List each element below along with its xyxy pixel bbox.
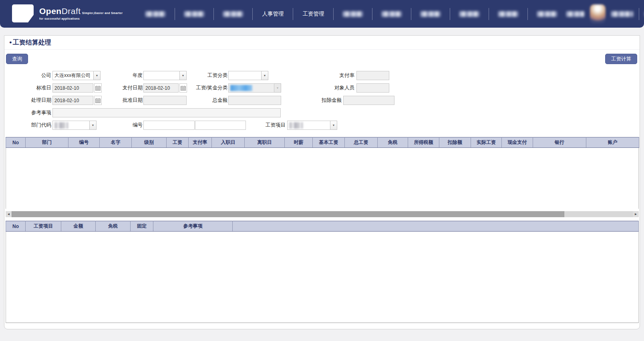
approve-date-input[interactable] [143,96,187,105]
nav-item-redacted[interactable] [214,0,252,28]
brand-name: OpenDraft [39,6,81,16]
employee-salary-table-body[interactable] [6,148,639,209]
standard-date-field[interactable] [52,83,102,93]
column-header-总工资[interactable]: 总工资 [345,137,378,148]
dept-code-value[interactable] [52,121,90,130]
salary-class-select[interactable]: ▼ [228,71,268,80]
logo-mark-icon [12,4,34,24]
nav-item-redacted[interactable] [489,0,527,28]
salary-item-value[interactable] [287,121,330,130]
number-from-field[interactable] [143,121,195,130]
column-header-编号[interactable]: 编号 [68,137,100,148]
salary-item-table-body[interactable] [6,232,639,323]
redacted-text [459,11,479,17]
column-header-工资项目[interactable]: 工资项目 [26,221,61,232]
column-header-部门[interactable]: 部门 [26,137,68,148]
year-input[interactable] [143,71,180,80]
column-header-参考事项[interactable]: 参考事项 [153,221,233,232]
user-avatar[interactable] [590,4,606,24]
scroll-left-icon[interactable]: ◄ [6,211,12,217]
number-to-field[interactable] [195,121,246,130]
nav-item-redacted[interactable] [372,0,411,28]
salary-item-label: 工资项目 [242,121,286,130]
column-header-账户[interactable]: 账户 [586,137,639,148]
nav-item-redacted[interactable] [136,0,175,28]
scroll-right-icon[interactable]: ► [633,211,639,217]
nav-item-redacted[interactable] [450,0,489,28]
number-to-input[interactable] [195,121,246,130]
column-header-入职日[interactable]: 入职日 [212,137,245,148]
title-bullet: ● [9,40,12,44]
column-header-实际工资[interactable]: 实际工资 [471,137,502,148]
column-header-所得税额[interactable]: 所得税额 [408,137,439,148]
scrollbar-track[interactable] [564,211,633,217]
reference-field[interactable] [52,108,281,117]
total-amount-input[interactable] [228,96,281,105]
nav-item-redacted[interactable] [411,0,450,28]
column-header-免税[interactable]: 免税 [378,137,408,148]
target-person-input[interactable] [356,83,389,93]
redacted-user-name[interactable] [611,11,633,17]
horizontal-scrollbar[interactable]: ◄ ► [6,211,639,217]
standard-date-input[interactable] [52,83,93,93]
dept-code-select[interactable]: ▼ [52,121,97,130]
column-header-免税[interactable]: 免税 [96,221,131,232]
salary-bonus-class-select[interactable]: ▼ [228,83,281,93]
column-header-离职日[interactable]: 离职日 [245,137,285,148]
column-header-工资[interactable]: 工资 [167,137,189,148]
standard-date-label: 标准日 [6,83,51,93]
redacted-selection [289,122,303,129]
deduct-amount-field[interactable] [343,96,394,105]
total-amount-field[interactable] [228,96,281,105]
salary-class-input[interactable] [228,71,262,80]
column-header-No[interactable]: No [6,221,26,232]
pay-date-field[interactable] [143,83,187,93]
chevron-down-icon[interactable]: ▼ [330,121,337,130]
column-header-名字[interactable]: 名字 [100,137,132,148]
year-select[interactable]: ▼ [143,71,187,80]
pay-date-input[interactable] [143,83,179,93]
column-header-No[interactable]: No [6,137,26,148]
column-header-固定[interactable]: 固定 [131,221,153,232]
nav-item-redacted[interactable] [528,0,566,28]
app-logo[interactable]: OpenDraft Simpler,Easier and Smarter for… [12,4,123,24]
pay-rate-input[interactable] [356,71,389,80]
salary-item-select[interactable]: ▼ [287,121,337,130]
company-input[interactable] [52,71,94,80]
deduct-amount-label: 扣除金额 [298,96,342,105]
company-label: 公司 [6,71,51,80]
column-header-现金支付[interactable]: 现金支付 [502,137,533,148]
nav-item-redacted[interactable] [175,0,213,28]
reference-input[interactable] [52,108,281,117]
chevron-down-icon[interactable]: ▼ [89,121,97,130]
column-header-时薪[interactable]: 时薪 [285,137,313,148]
total-amount-label: 总金额 [183,96,227,105]
nav-item-redacted[interactable] [334,0,372,28]
column-header-金额[interactable]: 金额 [61,221,96,232]
scrollbar-thumb[interactable] [12,211,564,217]
pay-rate-field[interactable] [356,71,389,80]
deduct-amount-input[interactable] [343,96,394,105]
column-header-支付率[interactable]: 支付率 [189,137,212,148]
number-from-input[interactable] [143,121,195,130]
column-header-银行[interactable]: 银行 [533,137,586,148]
salary-calc-button[interactable]: 工资计算 [605,54,637,64]
column-header-基本工资[interactable]: 基本工资 [313,137,345,148]
column-header-扣除额[interactable]: 扣除额 [439,137,471,148]
target-person-field[interactable] [356,83,389,93]
nav-item-人事管理[interactable]: 人事管理 [253,0,293,28]
process-date-input[interactable] [52,96,93,105]
redacted-text [537,11,557,17]
salary-bonus-class-value[interactable] [228,83,274,93]
salary-item-table: No工资项目金额免税固定参考事项 [6,221,639,323]
nav-item-工资管理[interactable]: 工资管理 [293,0,333,28]
approve-date-label: 批准日期 [99,96,143,105]
approve-date-field[interactable] [143,96,187,105]
query-button[interactable]: 查询 [6,54,28,64]
chevron-down-icon[interactable]: ▼ [261,71,268,80]
company-select[interactable]: ▼ [52,71,101,80]
column-header-级别[interactable]: 级别 [132,137,167,148]
redacted-nav-text[interactable] [566,11,584,17]
nav-menu: 人事管理工资管理 [136,0,566,28]
process-date-field[interactable] [52,96,102,105]
